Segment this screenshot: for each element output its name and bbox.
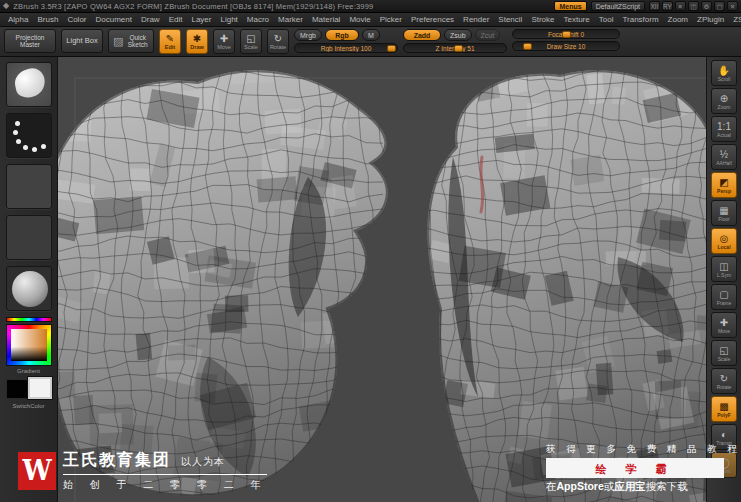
zoom-icon: ⊕ [720,93,728,104]
right-shelf-local-button[interactable]: ◎Local [711,228,737,254]
default-zscript-button[interactable]: DefaultZScript [591,1,645,11]
z-intensity-slider[interactable]: Z Intensity 51 [403,43,507,53]
focal-shift-handle[interactable] [562,31,571,38]
menu-document[interactable]: Document [92,14,136,25]
actual-icon: 1:1 [717,121,731,132]
right-shelf-polyf-button[interactable]: ▩PolyF [711,396,737,422]
z-intensity-handle[interactable] [454,45,463,52]
rgb-button[interactable]: Rgb [325,29,359,41]
mrgb-button[interactable]: Mrgb [294,29,322,41]
menu-zplugin[interactable]: ZPlugin [693,14,728,25]
aahalf-icon: ½ [720,149,728,160]
rotate-icon: ↻ [720,373,728,384]
edit-icon: ✎ [166,33,174,44]
move-button[interactable]: ✚ Move [213,29,235,54]
scale-button[interactable]: ◱ Scale [240,29,262,54]
window-buttons: XIIRY≡◫⚙▢✕ [649,1,738,11]
right-shelf-scale-button[interactable]: ◱Scale [711,340,737,366]
alpha-selector-thumbnail[interactable] [6,164,52,209]
window-button-4[interactable]: ⚙ [701,1,712,11]
window-button-2[interactable]: ≡ [675,1,686,11]
zbrush-window: ◆ ZBrush 3.5R3 [ZAPO QW64 AGX2 FORM] ZBr… [0,0,741,502]
hue-strip[interactable] [6,317,52,322]
stroke-selector-thumbnail[interactable] [6,113,52,158]
light-box-button[interactable]: Light Box [61,29,103,53]
window-button-6[interactable]: ✕ [727,1,738,11]
menu-draw[interactable]: Draw [137,14,164,25]
quick-sketch-icon: ▨ [113,35,123,47]
right-shelf-lsym-button[interactable]: ◫L.Sym [711,256,737,282]
material-selector-thumbnail[interactable] [6,266,52,311]
menu-zoom[interactable]: Zoom [664,14,692,25]
menu-material[interactable]: Material [308,14,344,25]
app-icon: ◆ [3,2,9,10]
lsym-icon: ◫ [719,261,728,272]
window-button-3[interactable]: ◫ [688,1,699,11]
window-button-0[interactable]: XII [649,1,660,11]
persp-icon: ◩ [719,177,728,188]
rgb-intensity-handle[interactable] [387,45,396,52]
menu-render[interactable]: Render [459,14,493,25]
local-icon: ◎ [720,233,729,244]
menu-transform[interactable]: Transform [618,14,662,25]
draw-button[interactable]: ✱ Draw [186,29,208,54]
polyf-icon: ▩ [719,401,728,412]
zsub-button[interactable]: Zsub [444,29,472,41]
draw-icon: ✱ [193,33,201,44]
brand-name: 王氏教育集团 [63,450,171,471]
right-shelf-actual-button[interactable]: 1:1Actual [711,116,737,142]
menu-bar: AlphaBrushColorDocumentDrawEditLayerLigh… [0,13,741,27]
document-canvas[interactable] [58,57,706,502]
right-shelf-frame-button[interactable]: ▢Frame [711,284,737,310]
window-button-5[interactable]: ▢ [714,1,725,11]
menu-tool[interactable]: Tool [595,14,618,25]
left-shelf: Gradient SwitchColor [0,57,58,502]
projection-master-button[interactable]: Projection Master [4,29,56,53]
menu-picker[interactable]: Picker [376,14,406,25]
focal-shift-slider[interactable]: Focal Shift 0 [512,29,620,39]
zadd-button[interactable]: Zadd [403,29,441,41]
brand-slogan: 以人为本 [181,455,225,469]
menu-movie[interactable]: Movie [345,14,374,25]
right-shelf-zoom-button[interactable]: ⊕Zoom [711,88,737,114]
secondary-color-swatch[interactable] [28,377,52,399]
switch-color-label: SwitchColor [12,403,44,409]
menu-layer[interactable]: Layer [187,14,215,25]
promo-app-name: 绘 学 霸 [595,463,674,475]
right-shelf-move-button[interactable]: ✚Move [711,312,737,338]
menu-color[interactable]: Color [63,14,90,25]
window-button-1[interactable]: RY [662,1,673,11]
right-shelf-floor-button[interactable]: ▦Floor [711,200,737,226]
menu-preferences[interactable]: Preferences [407,14,458,25]
color-picker-gradient[interactable] [11,329,47,361]
color-picker[interactable] [6,324,52,366]
menu-alpha[interactable]: Alpha [4,14,32,25]
texture-selector-thumbnail[interactable] [6,215,52,260]
draw-size-slider[interactable]: Draw Size 10 [512,41,620,51]
draw-size-handle[interactable] [523,43,532,50]
zcut-button[interactable]: Zcut [475,29,501,41]
menus-button[interactable]: Menus [554,1,586,11]
right-shelf-persp-button[interactable]: ◩Persp [711,172,737,198]
rgb-intensity-slider[interactable]: Rgb Intensity 100 [294,43,398,53]
move-icon: ✚ [720,317,728,328]
menu-stroke[interactable]: Stroke [527,14,558,25]
m-button[interactable]: M [362,29,380,41]
menu-zscript[interactable]: ZScript [729,14,741,25]
current-brush-thumbnail[interactable] [6,62,52,107]
menu-marker[interactable]: Marker [274,14,307,25]
quick-sketch-button[interactable]: ▨ Quick Sketch [108,29,154,53]
scale-icon: ◱ [719,345,728,356]
menu-texture[interactable]: Texture [560,14,594,25]
right-shelf-scroll-button[interactable]: ✋Scroll [711,60,737,86]
menu-macro[interactable]: Macro [243,14,273,25]
edit-button[interactable]: ✎ Edit [159,29,181,54]
right-shelf-rotate-button[interactable]: ↻Rotate [711,368,737,394]
right-shelf-aahalf-button[interactable]: ½AAHalf [711,144,737,170]
watermark-banner-right: 获 得 更 多 免 费 精 品 教 程 绘 学 霸 在AppStore或应用宝搜… [546,443,724,494]
menu-light[interactable]: Light [216,14,241,25]
menu-brush[interactable]: Brush [33,14,62,25]
menu-edit[interactable]: Edit [165,14,187,25]
rotate-button[interactable]: ↻ Rotate [267,29,289,54]
menu-stencil[interactable]: Stencil [494,14,526,25]
